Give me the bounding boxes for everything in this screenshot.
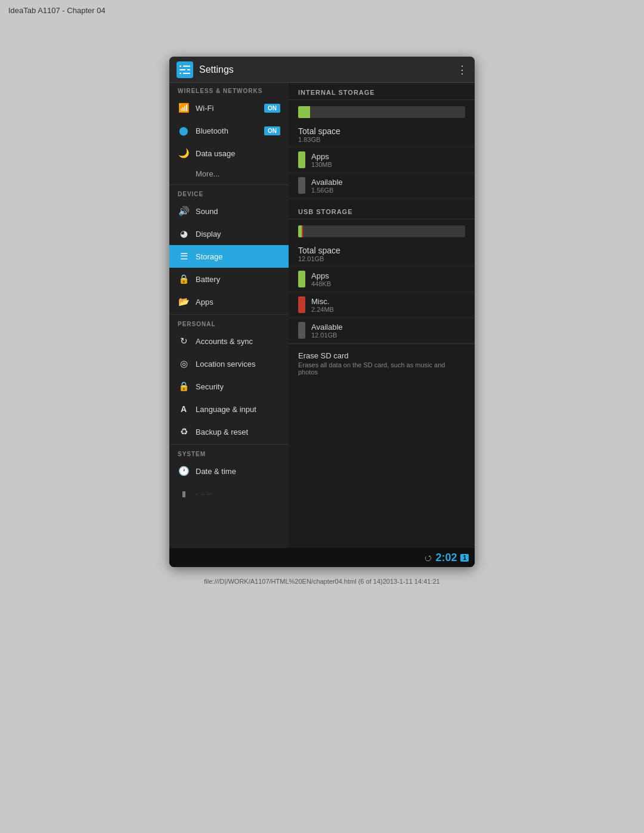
wifi-icon: 📶 (178, 102, 190, 114)
accessibility-label: · ·· ··· (196, 490, 212, 497)
settings-icon (177, 61, 193, 78)
section-label-device: DEVICE (169, 186, 289, 200)
sound-icon: 🔊 (178, 205, 190, 217)
location-services-label: Location services (196, 360, 255, 368)
wifi-label: Wi-Fi (196, 104, 213, 113)
data-usage-label: Data usage (196, 149, 236, 158)
sidebar-item-location-services[interactable]: ◎ Location services (169, 352, 289, 375)
internal-total-label: Total space (298, 126, 465, 136)
usb-storage-bar-container (289, 219, 475, 241)
backup-reset-icon: ♻ (178, 426, 190, 438)
page-top-label: IdeaTab A1107 - Chapter 04 (0, 0, 644, 21)
sidebar-item-date-time[interactable]: 🕐 Date & time (169, 460, 289, 482)
sidebar-item-security[interactable]: 🔒 Security (169, 375, 289, 398)
display-label: Display (196, 230, 221, 239)
section-label-personal: PERSONAL (169, 316, 289, 330)
internal-available-row: Available 1.56GB (289, 173, 475, 199)
sidebar-item-apps[interactable]: 📂 Apps (169, 290, 289, 313)
internal-available-value: 1.56GB (311, 187, 343, 194)
status-battery: 1 (460, 554, 469, 562)
bluetooth-icon: ⬤ (178, 125, 190, 137)
svg-rect-1 (179, 69, 190, 70)
internal-total-space: Total space 1.83GB (289, 122, 475, 147)
usb-storage-title: USB STORAGE (289, 202, 475, 219)
security-icon: 🔒 (178, 380, 190, 392)
usb-available-info: Available 12.01GB (311, 323, 343, 339)
internal-apps-bar-segment (298, 106, 310, 118)
wifi-toggle[interactable]: ON (264, 104, 280, 113)
usb-misc-indicator (298, 296, 305, 313)
internal-available-label: Available (311, 178, 343, 187)
internal-available-info: Available 1.56GB (311, 178, 343, 194)
storage-label: Storage (196, 252, 223, 261)
sidebar-item-wifi[interactable]: 📶 Wi-Fi ON (169, 97, 289, 119)
internal-storage-bar (298, 106, 465, 118)
header-menu-icon[interactable]: ⋮ (457, 63, 467, 76)
usb-apps-info: Apps 448KB (311, 271, 331, 287)
internal-available-bar-segment (310, 106, 465, 118)
sidebar-item-accounts-sync[interactable]: ↻ Accounts & sync (169, 330, 289, 352)
backup-reset-label: Backup & reset (196, 428, 248, 436)
accounts-sync-icon: ↻ (178, 335, 190, 347)
usb-available-indicator (298, 322, 305, 339)
usb-total-value: 12.01GB (298, 255, 465, 262)
sidebar-item-data-usage[interactable]: 🌙 Data usage (169, 142, 289, 165)
header-title: Settings (199, 64, 457, 75)
usb-misc-label: Misc. (311, 297, 334, 306)
status-bar: ⭯ 2:02 1 (169, 548, 475, 567)
usb-apps-value: 448KB (311, 280, 331, 287)
sidebar-item-bluetooth[interactable]: ⬤ Bluetooth ON (169, 119, 289, 142)
date-time-label: Date & time (196, 467, 236, 476)
display-icon: ◕ (178, 228, 190, 240)
data-usage-icon: 🌙 (178, 147, 190, 159)
internal-apps-info: Apps 130MB (311, 152, 332, 168)
header-bar: Settings ⋮ (169, 57, 475, 83)
internal-storage-bar-container (289, 100, 475, 122)
internal-total-value: 1.83GB (298, 136, 465, 143)
language-input-icon: A (178, 403, 190, 415)
erase-sd-description: Erases all data on the SD card, such as … (298, 361, 465, 376)
erase-sd-title: Erase SD card (298, 351, 465, 360)
internal-apps-label: Apps (311, 152, 332, 161)
usb-apps-label: Apps (311, 271, 331, 280)
language-input-label: Language & input (196, 405, 256, 414)
page-bottom-label: file:///D|/WORK/A1107/HTML%20EN/chapter0… (0, 567, 644, 590)
sidebar: WIRELESS & NETWORKS 📶 Wi-Fi ON ⬤ Bluetoo… (169, 83, 289, 548)
sound-label: Sound (196, 207, 218, 216)
content-area: INTERNAL STORAGE Total space 1.83GB Apps… (289, 83, 475, 548)
section-label-system: SYSTEM (169, 446, 289, 460)
internal-apps-indicator (298, 151, 305, 168)
status-time: 2:02 (435, 552, 457, 564)
device-frame: Settings ⋮ WIRELESS & NETWORKS 📶 Wi-Fi O… (169, 57, 475, 567)
battery-icon: 🔒 (178, 273, 190, 285)
erase-sd-card[interactable]: Erase SD card Erases all data on the SD … (289, 343, 475, 383)
usb-available-row: Available 12.01GB (289, 318, 475, 343)
usb-available-label: Available (311, 323, 343, 332)
sidebar-item-battery[interactable]: 🔒 Battery (169, 268, 289, 290)
sidebar-item-backup-reset[interactable]: ♻ Backup & reset (169, 420, 289, 443)
bluetooth-toggle[interactable]: ON (264, 126, 280, 135)
usb-total-space: Total space 12.01GB (289, 241, 475, 267)
svg-rect-2 (179, 73, 190, 74)
usb-misc-value: 2.24MB (311, 306, 334, 313)
sidebar-item-sound[interactable]: 🔊 Sound (169, 200, 289, 222)
status-rotation-icon: ⭯ (424, 553, 432, 562)
storage-icon: ☰ (178, 250, 190, 262)
security-label: Security (196, 382, 224, 391)
internal-apps-row: Apps 130MB (289, 147, 475, 173)
svg-rect-4 (185, 68, 187, 72)
sidebar-item-storage[interactable]: ☰ Storage (169, 245, 289, 268)
battery-label: Battery (196, 275, 220, 284)
sidebar-item-more[interactable]: More... (169, 165, 289, 183)
accessibility-icon: ||| (178, 488, 190, 500)
section-label-wireless: WIRELESS & NETWORKS (169, 83, 289, 97)
usb-storage-bar (298, 225, 465, 237)
usb-apps-row: Apps 448KB (289, 267, 475, 292)
sidebar-item-language-input[interactable]: A Language & input (169, 398, 289, 420)
usb-available-value: 12.01GB (311, 332, 343, 339)
bluetooth-label: Bluetooth (196, 126, 228, 135)
internal-storage-title: INTERNAL STORAGE (289, 83, 475, 100)
sidebar-item-accessibility[interactable]: ||| · ·· ··· (169, 482, 289, 505)
svg-rect-5 (181, 72, 183, 75)
sidebar-item-display[interactable]: ◕ Display (169, 222, 289, 245)
